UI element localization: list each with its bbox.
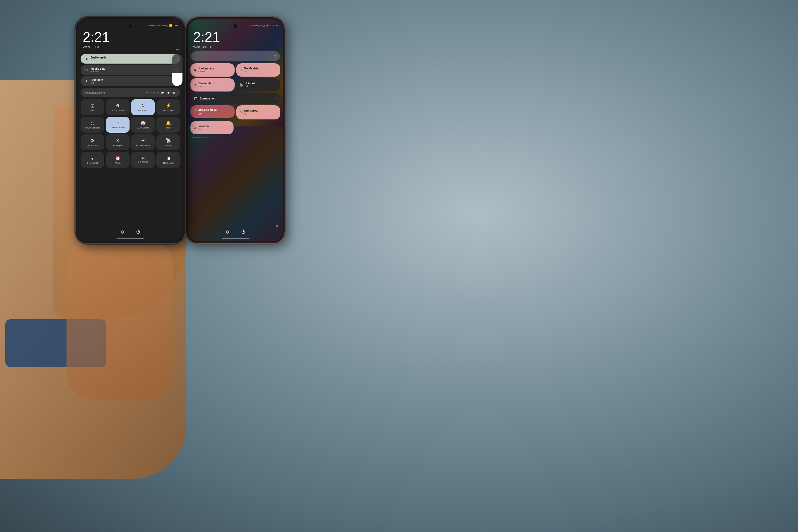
settings-btn[interactable]: ⚙: [118, 228, 126, 236]
smartconnect-icon: ◎: [91, 120, 94, 126]
phone-1-bottom-nav: ⚙ ⏻: [77, 228, 183, 236]
wallet-icon: ◱: [91, 103, 94, 108]
wifi-tile-2[interactable]: ◈ JoeKennedy 5 GHz: [190, 63, 234, 77]
phone-1-emergency: Emergency calls only: [148, 24, 168, 27]
bluetooth-sub-2: On: [198, 85, 211, 88]
quickshare-tile[interactable]: ⟳ Quick Share: [81, 134, 104, 150]
row4: ⊙ Location On: [190, 121, 280, 134]
brightness-slider[interactable]: ☀: [172, 54, 183, 86]
settings-btn-2[interactable]: ⚙: [224, 228, 231, 236]
bluetooth-tile-2[interactable]: ✦ Bluetooth On: [190, 78, 234, 92]
phone-2-time: 2:21: [193, 30, 220, 44]
power-btn-2[interactable]: ⏻: [240, 228, 247, 236]
next-btn[interactable]: ⏭: [173, 91, 176, 94]
power-btn[interactable]: ⏻: [134, 228, 142, 236]
autorotate-label: Auto-rotate: [138, 109, 148, 112]
play-btn[interactable]: ▶: [168, 91, 170, 94]
alarm-tile[interactable]: ⏰ Alarm: [106, 152, 130, 168]
mute-label: Mute: [166, 127, 171, 129]
hotspot-icon: 📡: [166, 138, 171, 143]
nightlight-icon: ◑: [167, 156, 170, 161]
phone-2-signal: ▲: [270, 24, 272, 27]
mobile-tile-2[interactable]: ↑↓ Mobile data On: [236, 63, 280, 77]
gifmaker-tile[interactable]: GIF GIF maker: [131, 152, 155, 168]
screenshot-tile[interactable]: ◱ Screenshot: [81, 152, 104, 168]
gifmaker-icon: GIF: [140, 156, 145, 159]
flashlight-icon: ✕: [116, 138, 119, 143]
autorotate-tile[interactable]: ↻ Auto-rotate: [131, 99, 155, 115]
bluetooth-icon: ✦: [84, 79, 89, 83]
hotspot-tile-2[interactable]: 📡 Hotspot Off: [236, 78, 280, 92]
location-tile-2[interactable]: ⊙ Location On: [190, 121, 233, 134]
bluetooth-sub: Off: [91, 81, 173, 84]
nightlight-tile[interactable]: ◑ Night Light: [156, 152, 180, 168]
mute-tile[interactable]: 🔔 Mute: [156, 117, 180, 133]
phone-2-search[interactable]: ⊙: [191, 51, 280, 61]
wifi-sub-2: 5 GHz: [198, 70, 214, 73]
location-label-2: Location: [198, 125, 209, 128]
airplane-tile-2[interactable]: ✈ Airplane mode Off: [190, 105, 234, 118]
screenshot-icon: ◱: [91, 156, 94, 161]
airplane-tile[interactable]: ✈ Airplane mode: [131, 134, 155, 150]
screenshot-tile-2[interactable]: ◱ Screenshot ›: [190, 93, 280, 104]
phone-1-battery: 22%: [173, 24, 178, 27]
hotspot-icon-2: 📡: [240, 83, 243, 87]
wifi-pill[interactable]: ◈ JoeKennedy 5 GHz ›: [81, 54, 180, 63]
phone-2-battery: 52%: [273, 24, 278, 27]
autorotate-sub-2: On: [243, 113, 258, 115]
row2: ✦ Bluetooth On 📡 Hotspot Off: [190, 78, 280, 92]
alarm-label: Alarm: [115, 162, 120, 165]
wificalling-tile[interactable]: ☎ Wi-Fi Calling: [131, 117, 155, 133]
edit-pencil-2[interactable]: ✏: [276, 224, 279, 228]
mobile-info-2: Mobile data On: [244, 67, 259, 73]
smartconnect-label: Smart Connect: [86, 127, 99, 129]
qs-grid: ◱ Wallet ⊖ Do Not Disturb ↻ Auto-rotate: [81, 99, 180, 168]
devicectrl-icon: ⌂: [116, 120, 119, 125]
devicectrl-tile[interactable]: ⌂ Device controls: [106, 117, 130, 133]
wifi-icon: ◈: [84, 57, 89, 61]
prev-btn[interactable]: ⏮: [161, 91, 165, 94]
bluetooth-label-2: Bluetooth: [198, 82, 211, 85]
autorotate-tile-2[interactable]: ↻ Auto-rotate On: [236, 105, 280, 119]
bluetooth-pill[interactable]: ✦ Bluetooth Off ›: [81, 76, 180, 86]
version-text: 14 (U2UBS34.44-57-4) ••: [190, 136, 280, 139]
location-info-2: Location On: [198, 125, 209, 131]
smartconnect-tile[interactable]: ◎ Smart Connect: [81, 117, 104, 133]
battery-icon: ⚡: [166, 103, 171, 108]
search-icon: ⊙: [273, 54, 276, 58]
quickshare-label: Quick Share: [87, 144, 98, 147]
flashlight-label: Flashlight: [113, 144, 122, 147]
gifmaker-label: GIF maker: [138, 161, 148, 163]
phone-1-screen: Emergency calls only 📶 22% 2:21 Wed, Jul…: [77, 19, 183, 241]
wificalling-icon: ☎: [140, 120, 146, 126]
row1: ◈ JoeKennedy 5 GHz ↑↓ Mobile data On: [190, 63, 280, 77]
hotspot-tile[interactable]: 📡 Hotspot: [156, 134, 180, 150]
phone-2-home-indicator[interactable]: [222, 238, 249, 239]
phone-2-e-icon: E: [261, 24, 263, 27]
edit-icon-1[interactable]: ✏: [176, 48, 179, 52]
bluetooth-icon-2: ✦: [194, 83, 197, 87]
mobile-pill[interactable]: ↑↓ Mobile data No SIM ›: [81, 65, 180, 75]
phone-1-date: Wed, Jul 31: [83, 45, 110, 49]
battery-tile[interactable]: ⚡ Battery Saver: [156, 99, 180, 115]
media-player: No media playing ⊕ This phone ⏮ ▶ ⏭: [81, 88, 180, 97]
flashlight-tile[interactable]: ✕ Flashlight: [106, 134, 130, 150]
phone-2-qs: ◈ JoeKennedy 5 GHz ↑↓ Mobile data On: [190, 63, 280, 139]
version-number: 14 (U2UBS34.44-57-4): [190, 136, 212, 139]
phone-1-home-indicator[interactable]: [117, 238, 144, 239]
wallet-tile[interactable]: ◱ Wallet: [81, 99, 104, 115]
this-phone-text: ⊕ This phone: [146, 92, 159, 94]
wificalling-label: Wi-Fi Calling: [137, 127, 149, 129]
sliders: ☀ 🎵: [172, 54, 183, 86]
hotspot-label-2: Hotspot: [245, 82, 255, 85]
wifi-icon-2: ◈: [194, 68, 196, 72]
phone-2: y calls only E △ 🔇 ▲ 52% 2:21 Wed, Jul 3…: [185, 16, 286, 245]
mobile-icon-2: ↑↓: [240, 68, 242, 72]
dnd-tile[interactable]: ⊖ Do Not Disturb: [106, 99, 130, 115]
phone-2-screen: y calls only E △ 🔇 ▲ 52% 2:21 Wed, Jul 3…: [188, 19, 283, 241]
autorotate-icon-2: ↻: [240, 111, 242, 114]
dnd-icon: ⊖: [116, 103, 119, 108]
phone-2-clock: 2:21 Wed, Jul 31: [193, 30, 220, 49]
screenshot-icon-2: ◱: [194, 96, 198, 100]
alarm-icon: ⏰: [115, 156, 120, 161]
